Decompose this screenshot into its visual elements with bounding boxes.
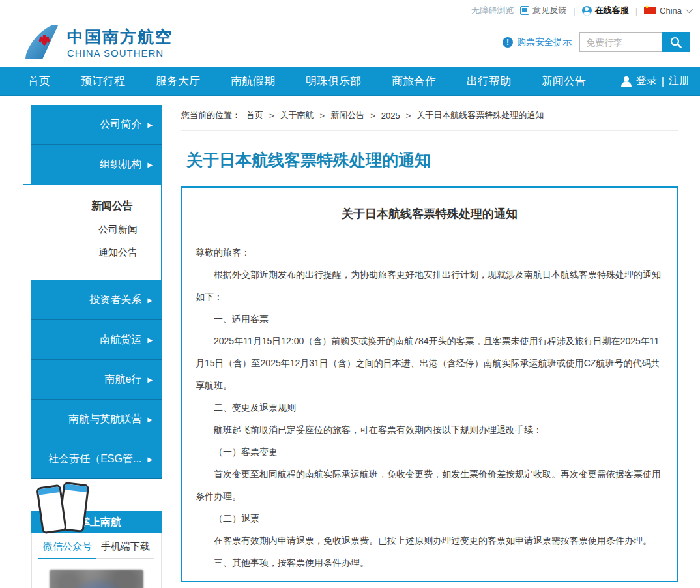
app-tabs: 微信公众号 手机端下载: [38, 540, 154, 559]
sidebar-item-esg[interactable]: 社会责任（ESG管... ▶: [31, 439, 162, 479]
nav-item-holidays[interactable]: 南航假期: [231, 74, 275, 89]
region-label: China: [660, 6, 682, 16]
nav-item-booking[interactable]: 预订行程: [81, 74, 125, 89]
safety-notice-label: 购票安全提示: [517, 37, 572, 48]
nav-item-home[interactable]: 首页: [28, 74, 50, 89]
breadcrumb-item-about[interactable]: 关于南航: [280, 110, 314, 121]
app-tabs-panel: 微信公众号 手机端下载: [31, 533, 162, 588]
breadcrumb-separator: >: [370, 111, 375, 121]
notice-article: 关于日本航线客票特殊处理的通知 尊敬的旅客： 根据外交部近期发布的出行提醒，为协…: [181, 186, 678, 582]
sidebar-item-label: 投资者关系: [89, 293, 141, 307]
customer-service-icon: [582, 6, 592, 16]
article-paragraph: 在客票有效期内申请退票，免收退票费。已按上述原则办理过变更的客票如申请退票需按客…: [196, 529, 664, 551]
breadcrumb-separator: >: [406, 111, 411, 121]
sidebar-subitem-notices[interactable]: 通知公告: [23, 246, 161, 259]
topbar-separator: |: [635, 6, 637, 16]
topbar-separator: |: [573, 6, 575, 16]
nav-item-service-hall[interactable]: 服务大厅: [156, 74, 200, 89]
login-link[interactable]: 登录: [636, 74, 657, 88]
sidebar-item-organization[interactable]: 组织机构 ▶: [31, 145, 162, 184]
sidebar-item-etravel[interactable]: 南航e行 ▶: [31, 360, 162, 400]
sidebar-item-label: 组织机构: [100, 158, 141, 171]
sidebar-item-investor-relations[interactable]: 投资者关系 ▶: [31, 280, 162, 320]
phones-image: [39, 483, 90, 535]
breadcrumb-separator: >: [269, 111, 274, 121]
breadcrumb-item-news[interactable]: 新闻公告: [330, 110, 364, 121]
search-input[interactable]: [579, 32, 662, 52]
content-column: 您当前的位置： 首页 > 关于南航 > 新闻公告 > 2025 > 关于日本航线…: [181, 110, 678, 582]
accessibility-link[interactable]: 无障碍浏览: [471, 5, 514, 16]
search-box: [579, 32, 690, 52]
article-subsection-heading: （二）退票: [196, 507, 664, 529]
breadcrumb-item-home[interactable]: 首页: [246, 110, 263, 121]
logo-chinese-name: 中国南方航空: [67, 26, 173, 48]
breadcrumb-item-current: 关于日本航线客票特殊处理的通知: [416, 110, 544, 121]
article-section-heading: 一、适用客票: [196, 308, 664, 330]
auth-area: 登录 | 注册: [621, 74, 690, 88]
arrow-right-icon: ▶: [147, 416, 153, 423]
sidebar-item-label: 南航货运: [100, 333, 141, 347]
arrow-right-icon: ▶: [147, 297, 153, 304]
mobile-app-banner: 掌上南航: [31, 511, 162, 533]
sidebar-item-news-announcements[interactable]: 新闻公告: [23, 199, 161, 213]
main-area: 公司简介 ▶ 组织机构 ▶ 新闻公告 公司新闻 通知公告 投资者关系 ▶ 南航货…: [0, 96, 700, 572]
article-paragraph: 尊敬的旅客：: [196, 241, 664, 263]
nav-item-travel-help[interactable]: 出行帮助: [467, 74, 511, 89]
article-paragraph: 2025年11月15日12:00（含）前购买或换开的南航784开头的客票，且客票…: [196, 330, 664, 396]
nav-item-business-travel[interactable]: 商旅合作: [392, 74, 436, 89]
sidebar-item-cargo[interactable]: 南航货运 ▶: [31, 320, 162, 360]
logo-text: 中国南方航空 CHINA SOUTHERN: [67, 26, 173, 59]
sidebar-item-ba-joint-venture[interactable]: 南航与英航联营 ▶: [31, 400, 162, 439]
breadcrumb-prefix: 您当前的位置：: [181, 110, 241, 121]
wechat-qr-image: [50, 570, 143, 588]
top-utility-bar: 无障碍浏览 意见反馈 | 在线客服 | China: [0, 0, 700, 17]
sidebar-item-label: 南航e行: [104, 373, 141, 387]
arrow-right-icon: ▶: [147, 121, 153, 128]
chevron-down-icon: [686, 6, 693, 13]
feedback-form-icon: [520, 6, 529, 15]
breadcrumb-item-2025[interactable]: 2025: [381, 111, 400, 121]
auth-divider: |: [662, 76, 664, 87]
online-service-link[interactable]: 在线客服: [582, 5, 629, 16]
article-paragraph: 首次变更至相同航程的南航实际承运航班，免收变更费，如发生票价价差按规定收取。再次…: [196, 463, 664, 507]
sidebar: 公司简介 ▶ 组织机构 ▶ 新闻公告 公司新闻 通知公告 投资者关系 ▶ 南航货…: [23, 105, 162, 588]
sidebar-item-label: 公司简介: [100, 118, 141, 132]
article-paragraph: 航班起飞前取消已定妥座位的旅客，可在客票有效期内按以下规则办理退改手续：: [196, 419, 664, 441]
main-nav: 首页 预订行程 服务大厅 南航假期 明珠俱乐部 商旅合作 出行帮助 新闻公告 登…: [0, 67, 700, 96]
arrow-right-icon: ▶: [147, 336, 153, 344]
site-header: 中国南方航空 CHINA SOUTHERN ! 购票安全提示: [0, 17, 700, 67]
sidebar-item-label: 社会责任（ESG管...: [48, 452, 141, 466]
article-title: 关于日本航线客票特殊处理的通知: [196, 206, 664, 222]
tab-wechat-official[interactable]: 微信公众号: [38, 540, 96, 559]
feedback-link[interactable]: 意见反馈: [520, 5, 566, 16]
online-service-label: 在线客服: [595, 5, 629, 16]
search-icon: [670, 37, 682, 48]
arrow-right-icon: ▶: [147, 456, 153, 463]
sidebar-subitem-company-news[interactable]: 公司新闻: [23, 224, 161, 236]
tab-mobile-download[interactable]: 手机端下载: [96, 540, 154, 559]
search-button[interactable]: [662, 32, 690, 52]
sidebar-item-company-profile[interactable]: 公司简介 ▶: [31, 105, 162, 145]
arrow-right-icon: ▶: [147, 161, 153, 168]
user-icon: [621, 76, 632, 87]
header-right: ! 购票安全提示: [503, 32, 690, 52]
logo-english-name: CHINA SOUTHERN: [67, 48, 173, 59]
info-icon: !: [503, 37, 513, 48]
feedback-label: 意见反馈: [532, 5, 566, 16]
sidebar-item-label: 南航与英航联营: [68, 413, 141, 426]
airline-tail-logo-icon: [23, 24, 61, 61]
article-paragraph: 根据外交部近期发布的出行提醒，为协助旅客更好地安排出行计划，现就涉及南航日本航线…: [196, 263, 664, 308]
arrow-right-icon: ▶: [147, 376, 153, 383]
register-link[interactable]: 注册: [669, 74, 690, 88]
breadcrumb: 您当前的位置： 首页 > 关于南航 > 新闻公告 > 2025 > 关于日本航线…: [181, 110, 678, 131]
region-selector[interactable]: China: [644, 6, 691, 16]
china-flag-icon: [644, 7, 656, 14]
ticket-safety-notice-link[interactable]: ! 购票安全提示: [503, 37, 572, 48]
nav-item-sky-pearl-club[interactable]: 明珠俱乐部: [306, 74, 361, 89]
article-section-heading: 二、变更及退票规则: [196, 396, 664, 419]
logo-link[interactable]: 中国南方航空 CHINA SOUTHERN: [23, 24, 173, 61]
breadcrumb-separator: >: [320, 111, 325, 121]
article-paragraph: 三、其他事项，按客票使用条件办理。: [196, 551, 664, 574]
article-subsection-heading: （一）客票变更: [196, 441, 664, 463]
nav-item-news[interactable]: 新闻公告: [542, 74, 586, 89]
